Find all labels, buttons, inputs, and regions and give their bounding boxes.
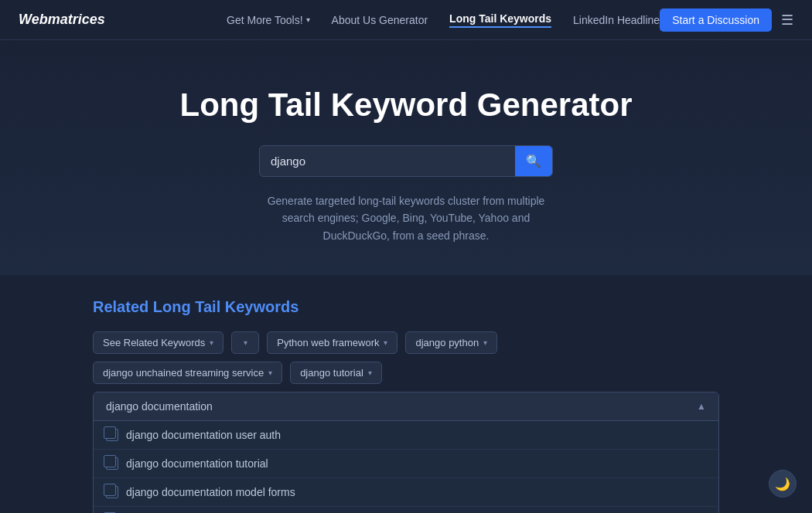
filter-tag-django-python[interactable]: django python ▾ [405,331,497,354]
navbar: Webmatrices Get More Tools! ▾ About Us G… [0,0,812,40]
dropdown-header[interactable]: django documentation ▲ [94,392,718,421]
page-title: Long Tail Keyword Generator [15,87,797,124]
chevron-down-icon: ▾ [210,338,213,347]
copy-icon [106,429,118,441]
filter-tag-python[interactable]: Python web framework ▾ [267,331,397,354]
nav-links: Get More Tools! ▾ About Us Generator Lon… [227,12,660,28]
hamburger-menu-icon[interactable]: ☰ [781,12,793,29]
hero-section: Long Tail Keyword Generator 🔍 Generate t… [0,40,812,275]
nav-item-linkedin[interactable]: LinkedIn Headline [573,14,660,26]
nav-item-about[interactable]: About Us Generator [332,14,428,26]
site-logo[interactable]: Webmatrices [19,12,105,28]
search-icon: 🔍 [526,155,541,168]
nav-item-tools[interactable]: Get More Tools! ▾ [227,14,310,26]
list-item[interactable]: django documentation [94,507,718,513]
search-input[interactable] [260,147,515,175]
list-item[interactable]: django documentation user auth [94,421,718,450]
chevron-down-icon: ▾ [368,369,372,377]
start-discussion-button[interactable]: Start a Discussion [660,8,772,32]
search-button[interactable]: 🔍 [515,146,552,176]
list-item[interactable]: django documentation model forms [94,478,718,507]
dark-mode-toggle[interactable]: 🌙 [769,470,797,498]
hero-description: Generate targeted long-tail keywords clu… [267,192,545,244]
search-container: 🔍 [259,145,553,177]
list-item[interactable]: django documentation tutorial [94,450,718,478]
chevron-up-icon: ▲ [697,401,706,412]
filter-tag-see-related[interactable]: See Related Keywords ▾ [93,331,223,354]
chevron-down-icon: ▾ [483,338,487,347]
filter-row-2: django unchained streaming service ▾ dja… [93,362,719,384]
chevron-down-icon: ▾ [244,338,247,347]
filter-row-1: See Related Keywords ▾ ▾ Python web fram… [93,331,719,354]
chevron-down-icon: ▾ [384,338,387,347]
chevron-down-icon: ▾ [306,15,310,24]
copy-icon [106,457,118,470]
results-section: Related Long Tail Keywords See Related K… [0,275,812,513]
dropdown-django-documentation: django documentation ▲ django documentat… [93,392,719,513]
dropdown-items: django documentation user auth django do… [94,421,718,513]
chevron-down-icon: ▾ [268,369,272,377]
filter-tag-empty[interactable]: ▾ [231,331,259,354]
results-title: Related Long Tail Keywords [93,298,719,316]
filter-tag-django-unchained[interactable]: django unchained streaming service ▾ [93,362,282,384]
filter-tag-django-tutorial[interactable]: django tutorial ▾ [290,362,382,384]
copy-icon [106,486,118,498]
nav-item-longtail[interactable]: Long Tail Keywords [449,12,551,28]
